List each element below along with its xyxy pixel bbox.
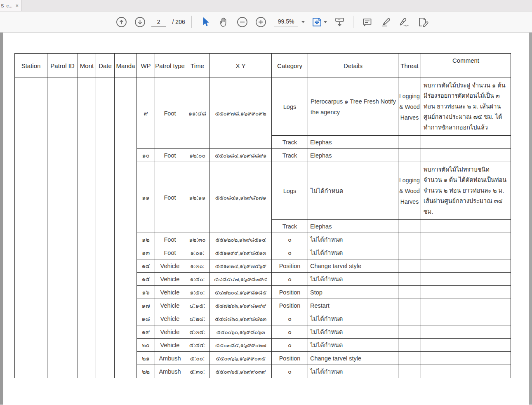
cell-patrol-type: Foot <box>155 246 185 259</box>
cell-month <box>78 78 96 378</box>
toolbar-separator <box>353 16 353 28</box>
toolbar-separator <box>191 16 192 28</box>
cell-details: ไม่ได้กำหนด <box>308 273 398 286</box>
cell-comment: พบการตัดไม้ไม่ทราบชนิด จำนวน ๑ ต้น ได้ตั… <box>421 162 511 220</box>
cell-comment <box>421 136 511 149</box>
cell-threat <box>398 325 421 339</box>
cell-time: ๑:๐๑: <box>185 246 210 259</box>
select-tool-button[interactable] <box>198 14 213 29</box>
zoom-out-button[interactable] <box>235 14 250 29</box>
cell-wp: ๑๔ <box>137 259 155 273</box>
tab-bar: S_c... × <box>0 0 532 12</box>
page-count-label: / 206 <box>172 19 185 25</box>
arrow-up-circle-icon <box>116 16 127 28</box>
comment-button[interactable] <box>360 14 374 29</box>
highlight-button[interactable] <box>378 14 393 29</box>
cell-xy: ๕๕๐๐๖๐,๑๖๙๘๐๖๓ <box>210 325 272 339</box>
cell-category: Position <box>272 352 308 365</box>
cell-patrol-type: Vehicle <box>155 273 185 286</box>
col-header-month: Mont <box>78 54 96 78</box>
cell-patrol-type: Foot <box>155 78 185 149</box>
cell-category: ๐ <box>272 325 308 339</box>
cell-patrol-type: Vehicle <box>155 286 185 299</box>
cell-category: Position <box>272 299 308 312</box>
tab-close-icon[interactable]: × <box>15 3 19 8</box>
zoom-level-control[interactable]: 99.5% <box>274 17 305 26</box>
page-number-input[interactable] <box>151 17 166 27</box>
cell-comment <box>421 339 511 352</box>
cell-wp: ๑๒ <box>137 233 155 246</box>
cell-xy: ๕๔๗๒๖๖,๑๖๙๘๑๙๙ <box>210 299 272 312</box>
cell-patrol-type: Foot <box>155 233 185 246</box>
cell-time: ๔:๑๕: <box>185 299 210 312</box>
chevron-down-icon[interactable] <box>324 21 327 23</box>
cell-details: Change tarvel style <box>308 352 398 365</box>
cell-wp: ๑๓ <box>137 246 155 259</box>
cell-wp: ๒๐ <box>137 339 155 352</box>
cell-threat <box>398 273 421 286</box>
cell-category: Track <box>272 149 308 162</box>
cell-category: Logs <box>272 162 308 220</box>
cell-threat <box>398 365 421 378</box>
cell-details: ไม่ได้กำหนด <box>308 339 398 352</box>
cell-patrol-type: Vehicle <box>155 312 185 325</box>
fit-page-button[interactable] <box>310 14 328 29</box>
pdf-toolbar: / 206 99.5% <box>0 12 532 33</box>
chevron-down-icon[interactable] <box>301 21 305 23</box>
cell-threat <box>398 286 421 299</box>
cell-details: ไม่ได้กำหนด <box>308 365 398 378</box>
cell-details: Elephas <box>308 149 398 162</box>
cell-time: ๔:๓๔: <box>185 325 210 339</box>
cell-category: Position <box>272 259 308 273</box>
cell-patrol-type: Vehicle <box>155 299 185 312</box>
sign-button[interactable] <box>397 14 412 29</box>
cell-station <box>15 78 47 378</box>
cell-category: ๐ <box>272 233 308 246</box>
fit-page-icon <box>311 16 322 28</box>
col-header-details: Details <box>308 54 398 78</box>
cell-category: ๐ <box>272 246 308 259</box>
cell-wp: ๑๑ <box>137 162 155 233</box>
cell-wp: ๑๖ <box>137 286 155 299</box>
fountain-pen-icon <box>398 16 410 28</box>
previous-page-button[interactable] <box>114 14 129 29</box>
document-pane: Station Patrol ID Mont Date Manda WP Pat… <box>0 33 532 405</box>
zoom-level-value[interactable]: 99.5% <box>274 17 299 26</box>
arrow-down-circle-icon <box>134 16 146 28</box>
zoom-in-button[interactable] <box>254 14 268 29</box>
cell-wp: ๙ <box>137 78 155 149</box>
cell-threat <box>398 339 421 352</box>
minus-circle-icon <box>237 16 248 28</box>
cell-comment <box>421 352 511 365</box>
cell-details: ไม่ได้กำหนด <box>308 162 398 220</box>
fill-sign-button[interactable] <box>415 14 430 29</box>
cell-details: ไม่ได้กำหนด <box>308 246 398 259</box>
cell-patrol-type: Foot <box>155 149 185 162</box>
cell-details: ไม่ได้กำหนด <box>308 325 398 339</box>
toolbar-collapse-button[interactable] <box>332 14 347 29</box>
cell-patrol-type: Vehicle <box>155 259 185 273</box>
cell-date <box>96 78 115 378</box>
document-tab[interactable]: S_c... × <box>0 0 21 11</box>
col-header-comment: Comment <box>421 54 511 78</box>
cell-comment: พบการตัดไม้ประดู่ จำนวน ๑ ต้น มีร่องรอยก… <box>421 78 511 136</box>
cell-comment <box>421 325 511 339</box>
cell-xy: ๕๔๘๕๔๗,๑๖๙๘๓๙๕ <box>210 273 272 286</box>
cell-threat: Logging & Wood Harves <box>398 162 421 220</box>
next-page-button[interactable] <box>133 14 148 29</box>
cell-details: Elephas <box>308 220 398 233</box>
cell-comment <box>421 149 511 162</box>
cell-threat <box>398 233 421 246</box>
cell-threat <box>398 259 421 273</box>
cell-time: ๕:๐๐: <box>185 352 210 365</box>
scrollbar-track[interactable] <box>529 33 532 405</box>
cell-wp: ๒๑ <box>137 352 155 365</box>
cell-xy: ๕๕๐๓๖๕,๑๖๙๙๐๓๙ <box>210 365 272 378</box>
cell-xy: ๕๕๐๖๘๔,๑๖๙๘๘๙๑ <box>210 149 272 162</box>
cell-category: ๐ <box>272 312 308 325</box>
cell-time: ๑๑:๔๘ <box>185 78 210 149</box>
hand-tool-button[interactable] <box>217 14 231 29</box>
cell-wp: ๑๕ <box>137 273 155 286</box>
cell-time: ๑:๕๐: <box>185 286 210 299</box>
table-header-row: Station Patrol ID Mont Date Manda WP Pat… <box>15 54 511 78</box>
